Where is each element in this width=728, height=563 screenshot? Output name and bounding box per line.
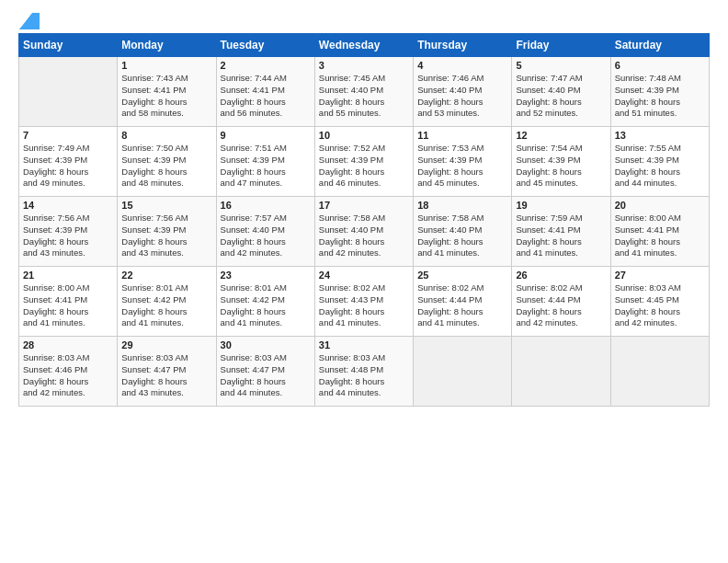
calendar-cell: 10Sunrise: 7:52 AM Sunset: 4:39 PM Dayli… bbox=[314, 127, 413, 197]
day-number: 29 bbox=[121, 339, 211, 350]
header bbox=[18, 15, 710, 26]
calendar-cell: 21Sunrise: 8:00 AM Sunset: 4:41 PM Dayli… bbox=[19, 267, 118, 337]
calendar-cell: 25Sunrise: 8:02 AM Sunset: 4:44 PM Dayli… bbox=[414, 267, 512, 337]
day-number: 31 bbox=[319, 339, 409, 350]
day-info: Sunrise: 8:02 AM Sunset: 4:44 PM Dayligh… bbox=[417, 282, 507, 329]
day-info: Sunrise: 8:03 AM Sunset: 4:47 PM Dayligh… bbox=[221, 352, 311, 399]
day-number: 30 bbox=[221, 339, 311, 350]
day-info: Sunrise: 7:56 AM Sunset: 4:39 PM Dayligh… bbox=[121, 213, 211, 259]
calendar-cell: 7Sunrise: 7:49 AM Sunset: 4:39 PM Daylig… bbox=[19, 127, 118, 197]
day-number: 7 bbox=[23, 130, 113, 141]
svg-marker-1 bbox=[19, 13, 40, 29]
calendar-cell: 30Sunrise: 8:03 AM Sunset: 4:47 PM Dayli… bbox=[216, 337, 314, 407]
logo-icon bbox=[19, 13, 40, 29]
day-number: 21 bbox=[23, 270, 113, 281]
day-number: 22 bbox=[121, 270, 211, 281]
calendar-cell: 29Sunrise: 8:03 AM Sunset: 4:47 PM Dayli… bbox=[118, 337, 216, 407]
day-info: Sunrise: 7:48 AM Sunset: 4:39 PM Dayligh… bbox=[615, 73, 705, 120]
day-number: 16 bbox=[221, 200, 311, 211]
page: SundayMondayTuesdayWednesdayThursdayFrid… bbox=[0, 0, 728, 563]
calendar-cell: 9Sunrise: 7:51 AM Sunset: 4:39 PM Daylig… bbox=[216, 127, 314, 197]
day-info: Sunrise: 8:03 AM Sunset: 4:46 PM Dayligh… bbox=[23, 352, 113, 399]
day-info: Sunrise: 8:01 AM Sunset: 4:42 PM Dayligh… bbox=[121, 282, 211, 329]
calendar-cell: 2Sunrise: 7:44 AM Sunset: 4:41 PM Daylig… bbox=[216, 57, 314, 127]
weekday-header-friday: Friday bbox=[512, 34, 610, 57]
calendar-cell: 11Sunrise: 7:53 AM Sunset: 4:39 PM Dayli… bbox=[414, 127, 512, 197]
day-number: 24 bbox=[319, 270, 409, 281]
day-number: 26 bbox=[516, 270, 606, 281]
weekday-header-wednesday: Wednesday bbox=[314, 34, 413, 57]
calendar-cell: 28Sunrise: 8:03 AM Sunset: 4:46 PM Dayli… bbox=[19, 337, 118, 407]
day-info: Sunrise: 8:01 AM Sunset: 4:42 PM Dayligh… bbox=[221, 282, 311, 329]
day-number: 25 bbox=[417, 270, 507, 281]
calendar-cell: 26Sunrise: 8:02 AM Sunset: 4:44 PM Dayli… bbox=[512, 267, 610, 337]
day-info: Sunrise: 7:53 AM Sunset: 4:39 PM Dayligh… bbox=[417, 143, 507, 190]
day-info: Sunrise: 8:03 AM Sunset: 4:47 PM Dayligh… bbox=[121, 352, 211, 399]
day-number: 28 bbox=[23, 339, 113, 350]
day-info: Sunrise: 8:03 AM Sunset: 4:45 PM Dayligh… bbox=[615, 282, 705, 329]
calendar-cell: 15Sunrise: 7:56 AM Sunset: 4:39 PM Dayli… bbox=[118, 197, 216, 267]
calendar-week-1: 1Sunrise: 7:43 AM Sunset: 4:41 PM Daylig… bbox=[19, 57, 710, 127]
logo bbox=[18, 15, 40, 26]
calendar-cell: 5Sunrise: 7:47 AM Sunset: 4:40 PM Daylig… bbox=[512, 57, 610, 127]
calendar-cell bbox=[19, 57, 118, 127]
day-number: 1 bbox=[121, 60, 211, 71]
day-info: Sunrise: 7:59 AM Sunset: 4:41 PM Dayligh… bbox=[516, 213, 606, 259]
day-number: 20 bbox=[615, 200, 705, 211]
day-number: 14 bbox=[23, 200, 113, 211]
day-number: 12 bbox=[516, 130, 606, 141]
day-info: Sunrise: 7:45 AM Sunset: 4:40 PM Dayligh… bbox=[319, 73, 409, 120]
calendar-cell: 4Sunrise: 7:46 AM Sunset: 4:40 PM Daylig… bbox=[414, 57, 512, 127]
weekday-header-saturday: Saturday bbox=[610, 34, 709, 57]
day-info: Sunrise: 7:56 AM Sunset: 4:39 PM Dayligh… bbox=[23, 213, 113, 259]
day-info: Sunrise: 7:52 AM Sunset: 4:39 PM Dayligh… bbox=[319, 143, 409, 190]
day-info: Sunrise: 7:54 AM Sunset: 4:39 PM Dayligh… bbox=[516, 143, 606, 190]
calendar-cell: 19Sunrise: 7:59 AM Sunset: 4:41 PM Dayli… bbox=[512, 197, 610, 267]
day-info: Sunrise: 7:50 AM Sunset: 4:39 PM Dayligh… bbox=[121, 143, 211, 190]
day-number: 23 bbox=[221, 270, 311, 281]
calendar-cell: 3Sunrise: 7:45 AM Sunset: 4:40 PM Daylig… bbox=[314, 57, 413, 127]
day-number: 4 bbox=[417, 60, 507, 71]
day-number: 18 bbox=[417, 200, 507, 211]
calendar-cell: 16Sunrise: 7:57 AM Sunset: 4:40 PM Dayli… bbox=[216, 197, 314, 267]
day-info: Sunrise: 7:51 AM Sunset: 4:39 PM Dayligh… bbox=[221, 143, 311, 190]
day-number: 9 bbox=[221, 130, 311, 141]
day-info: Sunrise: 8:02 AM Sunset: 4:44 PM Dayligh… bbox=[516, 282, 606, 329]
day-info: Sunrise: 7:44 AM Sunset: 4:41 PM Dayligh… bbox=[221, 73, 311, 120]
day-info: Sunrise: 8:00 AM Sunset: 4:41 PM Dayligh… bbox=[23, 282, 113, 329]
calendar-week-3: 14Sunrise: 7:56 AM Sunset: 4:39 PM Dayli… bbox=[19, 197, 710, 267]
day-info: Sunrise: 7:58 AM Sunset: 4:40 PM Dayligh… bbox=[319, 213, 409, 259]
day-info: Sunrise: 7:46 AM Sunset: 4:40 PM Dayligh… bbox=[417, 73, 507, 120]
calendar-cell: 18Sunrise: 7:58 AM Sunset: 4:40 PM Dayli… bbox=[414, 197, 512, 267]
day-number: 13 bbox=[615, 130, 705, 141]
calendar-cell bbox=[610, 337, 709, 407]
weekday-header-thursday: Thursday bbox=[414, 34, 512, 57]
calendar-cell: 14Sunrise: 7:56 AM Sunset: 4:39 PM Dayli… bbox=[19, 197, 118, 267]
calendar-cell: 22Sunrise: 8:01 AM Sunset: 4:42 PM Dayli… bbox=[118, 267, 216, 337]
day-number: 15 bbox=[121, 200, 211, 211]
calendar-week-4: 21Sunrise: 8:00 AM Sunset: 4:41 PM Dayli… bbox=[19, 267, 710, 337]
day-info: Sunrise: 7:43 AM Sunset: 4:41 PM Dayligh… bbox=[121, 73, 211, 120]
calendar-cell: 6Sunrise: 7:48 AM Sunset: 4:39 PM Daylig… bbox=[610, 57, 709, 127]
calendar-cell: 23Sunrise: 8:01 AM Sunset: 4:42 PM Dayli… bbox=[216, 267, 314, 337]
day-number: 17 bbox=[319, 200, 409, 211]
calendar-cell: 17Sunrise: 7:58 AM Sunset: 4:40 PM Dayli… bbox=[314, 197, 413, 267]
calendar-week-5: 28Sunrise: 8:03 AM Sunset: 4:46 PM Dayli… bbox=[19, 337, 710, 407]
day-number: 19 bbox=[516, 200, 606, 211]
day-number: 2 bbox=[221, 60, 311, 71]
day-info: Sunrise: 7:47 AM Sunset: 4:40 PM Dayligh… bbox=[516, 73, 606, 120]
calendar-cell bbox=[414, 337, 512, 407]
day-info: Sunrise: 8:03 AM Sunset: 4:48 PM Dayligh… bbox=[319, 352, 409, 399]
day-number: 5 bbox=[516, 60, 606, 71]
day-info: Sunrise: 7:49 AM Sunset: 4:39 PM Dayligh… bbox=[23, 143, 113, 190]
weekday-header-tuesday: Tuesday bbox=[216, 34, 314, 57]
day-info: Sunrise: 7:58 AM Sunset: 4:40 PM Dayligh… bbox=[417, 213, 507, 259]
day-info: Sunrise: 8:00 AM Sunset: 4:41 PM Dayligh… bbox=[615, 213, 705, 259]
calendar-cell: 8Sunrise: 7:50 AM Sunset: 4:39 PM Daylig… bbox=[118, 127, 216, 197]
calendar-table: SundayMondayTuesdayWednesdayThursdayFrid… bbox=[18, 33, 710, 407]
calendar-cell: 24Sunrise: 8:02 AM Sunset: 4:43 PM Dayli… bbox=[314, 267, 413, 337]
day-info: Sunrise: 8:02 AM Sunset: 4:43 PM Dayligh… bbox=[319, 282, 409, 329]
calendar-cell: 20Sunrise: 8:00 AM Sunset: 4:41 PM Dayli… bbox=[610, 197, 709, 267]
day-number: 3 bbox=[319, 60, 409, 71]
weekday-header-sunday: Sunday bbox=[19, 34, 118, 57]
